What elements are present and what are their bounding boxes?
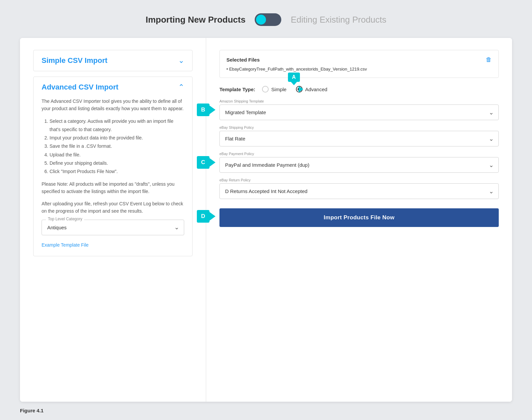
simple-csv-header[interactable]: Simple CSV Import ⌄	[34, 50, 192, 71]
simple-csv-accordion: Simple CSV Import ⌄	[33, 50, 193, 71]
arrow-b: B	[197, 104, 215, 116]
right-panel-inner: Selected Files 🗑 EbayCategoryTree_FullPa…	[219, 50, 499, 227]
ebay-return-select-wrapper: D Returns Accepted Int Not Accepted ⌄	[219, 183, 499, 199]
simple-csv-title: Simple CSV Import	[42, 56, 107, 65]
mode-toggle[interactable]	[255, 13, 281, 26]
toggle-knob	[256, 15, 266, 25]
ebay-payment-select-wrapper: PayPal and Immediate Payment (dup) ⌄	[219, 157, 499, 173]
radio-simple-option[interactable]: Simple	[262, 86, 287, 93]
step-5: Define your shipping details.	[50, 159, 184, 167]
steps-list: Select a category. Auctiva will provide …	[42, 117, 184, 176]
step-1: Select a category. Auctiva will provide …	[50, 117, 184, 134]
template-type-label: Template Type:	[219, 87, 255, 92]
step-2: Imput your product data into the provide…	[50, 134, 184, 142]
ebay-shipping-select-wrapper: Flat Rate ⌄	[219, 131, 499, 146]
main-content: Simple CSV Import ⌄ Advanced CSV Import …	[20, 38, 512, 402]
category-select-wrapper: Top Level Category Antiques Art Electron…	[42, 220, 184, 235]
template-type-row: Template Type: Simple A	[219, 86, 499, 93]
category-select[interactable]: Antiques Art Electronics	[42, 220, 184, 235]
advanced-description: The Advanced CSV Importer tool gives you…	[42, 98, 184, 112]
right-panel: Selected Files 🗑 EbayCategoryTree_FullPa…	[206, 38, 512, 402]
ebay-shipping-wrapper: eBay Shipping Policy Flat Rate ⌄	[219, 125, 499, 146]
annotation-b-arrow	[209, 105, 215, 114]
radio-advanced-option[interactable]: A Advanced	[293, 86, 328, 93]
ebay-payment-select[interactable]: PayPal and Immediate Payment (dup)	[220, 157, 498, 172]
import-button[interactable]: Import Products File Now	[219, 208, 499, 227]
advanced-csv-chevron: ⌃	[178, 83, 184, 92]
trash-icon[interactable]: 🗑	[486, 56, 492, 63]
radio-simple-circle	[262, 86, 269, 93]
figure-caption: Figure 4.1	[20, 408, 44, 413]
advanced-csv-accordion: Advanced CSV Import ⌃ The Advanced CSV I…	[33, 77, 193, 256]
annotation-b-box: B	[197, 104, 209, 116]
simple-csv-chevron: ⌄	[178, 56, 184, 65]
annotation-c-arrow	[209, 158, 215, 167]
importing-label: Importing New Products	[146, 15, 245, 25]
selected-files-title: Selected Files	[226, 57, 260, 63]
ebay-return-wrapper: eBay Return Policy D Returns Accepted In…	[219, 178, 499, 199]
amazon-shipping-select-wrapper: Migrated Template ⌄	[219, 105, 499, 120]
step-3: Save the file in a .CSV format.	[50, 142, 184, 150]
ebay-return-select[interactable]: D Returns Accepted Int Not Accepted	[220, 184, 498, 199]
category-label: Top Level Category	[46, 217, 84, 221]
advanced-csv-body: The Advanced CSV Importer tool gives you…	[34, 98, 192, 256]
annotation-c-box: C	[197, 156, 209, 169]
after-upload-text: After uploading your file, refresh your …	[42, 200, 184, 215]
arrow-c: C	[197, 156, 215, 169]
annotation-a-box: A	[288, 73, 300, 82]
ebay-payment-label: eBay Payment Policy	[219, 152, 499, 156]
amazon-shipping-label: Amazon Shipping Template	[219, 99, 499, 103]
annotation-a-arrow	[291, 82, 297, 85]
amazon-shipping-select[interactable]: Migrated Template	[220, 105, 498, 120]
step-6: Click "Import Products File Now".	[50, 167, 184, 176]
editing-label: Editing Existing Products	[291, 15, 386, 25]
import-button-wrapper: D Import Products File Now	[219, 206, 499, 227]
radio-group: Simple A	[262, 86, 328, 93]
radio-simple-label: Simple	[271, 87, 287, 92]
selected-files-header: Selected Files 🗑	[226, 56, 492, 63]
ebay-shipping-select[interactable]: Flat Rate	[220, 131, 498, 146]
annotation-d-box: D	[197, 210, 209, 223]
toggle-bar: Importing New Products Editing Existing …	[20, 13, 512, 26]
file-item: EbayCategoryTree_FullPath_with_ancestori…	[226, 67, 492, 72]
annotation-d-arrow	[209, 212, 215, 221]
left-panel: Simple CSV Import ⌄ Advanced CSV Import …	[20, 38, 206, 402]
ebay-payment-wrapper: C eBay Payment Policy PayPal and Immedia…	[219, 152, 499, 173]
arrow-d: D	[197, 210, 215, 223]
advanced-csv-title: Advanced CSV Import	[42, 83, 118, 92]
radio-advanced-label: Advanced	[305, 87, 328, 92]
example-template-link[interactable]: Example Template File	[42, 242, 88, 248]
step-4: Upload the file.	[50, 151, 184, 159]
amazon-shipping-wrapper: B Amazon Shipping Template Migrated Temp…	[219, 99, 499, 120]
advanced-csv-header[interactable]: Advanced CSV Import ⌃	[34, 77, 192, 98]
selected-files-box: Selected Files 🗑 EbayCategoryTree_FullPa…	[219, 50, 499, 78]
note-text: Please Note: All products will be import…	[42, 180, 184, 195]
ebay-shipping-label: eBay Shipping Policy	[219, 125, 499, 129]
ebay-return-label: eBay Return Policy	[219, 178, 499, 182]
